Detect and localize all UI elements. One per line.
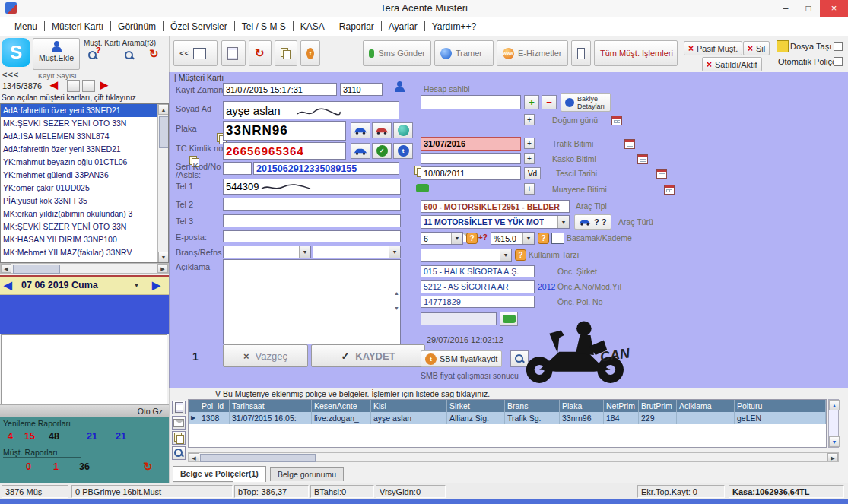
tc-verify-button[interactable]: ✓ bbox=[372, 143, 392, 159]
back-button[interactable]: << bbox=[173, 40, 218, 66]
scroll-up-icon[interactable]: ▲ bbox=[158, 104, 169, 115]
report-count[interactable]: 21 bbox=[87, 431, 97, 442]
recent-customer-item[interactable]: YK:ömer çakır 01UD025 bbox=[1, 182, 168, 195]
plaka-car-red-button[interactable] bbox=[372, 122, 392, 138]
scrollbar-thumb[interactable] bbox=[13, 265, 60, 274]
pasif-must-button[interactable]: × Pasif Müşt. bbox=[684, 41, 742, 55]
report-count[interactable]: 21 bbox=[116, 431, 126, 442]
list-scrollbar[interactable]: ▲ ▼ bbox=[157, 104, 168, 262]
col-header[interactable]: Polturu bbox=[735, 400, 826, 412]
tab-belge-gorunumu[interactable]: Belge gorunumu bbox=[270, 467, 344, 481]
sms-gonder-button[interactable]: Sms Gönder bbox=[363, 40, 431, 66]
onc-acente-field[interactable]: 5212 - AS SİGORTA AR bbox=[421, 280, 535, 293]
close-button[interactable]: × bbox=[820, 0, 848, 17]
ehizmetler-button[interactable]: www E-Hizmetler bbox=[497, 40, 568, 66]
arac-sorgu-button[interactable]: ? ? bbox=[574, 214, 611, 230]
hesap-sahibi-field[interactable] bbox=[421, 95, 521, 109]
col-header[interactable]: Sirket bbox=[447, 400, 505, 412]
sbm-sms-button[interactable] bbox=[500, 312, 518, 326]
menu-item-musteri-karti[interactable]: Müsteri Kartı bbox=[45, 21, 110, 32]
tescil-calendar-icon[interactable] bbox=[656, 169, 667, 179]
recent-customer-item[interactable]: MK:Mehmet YILMAZ(fakılar) 33NRV bbox=[1, 246, 168, 259]
kayit-id-field[interactable]: 3110 bbox=[340, 83, 383, 96]
scroll-down-icon[interactable]: ▼ bbox=[829, 436, 840, 447]
basamak-combo[interactable]: 6 ▼ bbox=[421, 232, 463, 245]
asbis-field[interactable]: 2015062912335089155 bbox=[253, 162, 399, 175]
scroll-up-icon[interactable]: ▲ bbox=[394, 290, 399, 296]
report-count[interactable]: 4 bbox=[8, 431, 13, 442]
onc-police-field[interactable]: 14771829 bbox=[421, 296, 535, 308]
scrollbar-thumb[interactable] bbox=[200, 454, 316, 462]
tel2-field[interactable] bbox=[223, 198, 401, 211]
dogum-add-button[interactable]: + bbox=[524, 114, 535, 125]
trafik-calendar-icon[interactable] bbox=[624, 139, 635, 149]
nav-last-icon[interactable]: ▶ bbox=[100, 79, 108, 90]
seri-kod-field[interactable] bbox=[223, 162, 252, 175]
dropdown-icon[interactable]: ▼ bbox=[389, 246, 400, 258]
menu-item-gorunum[interactable]: Görünüm bbox=[111, 21, 163, 32]
menu-item-menu[interactable]: Menu bbox=[8, 21, 44, 32]
col-header[interactable]: Tarihsaat bbox=[230, 400, 312, 412]
soyad-field[interactable]: ayşe aslan bbox=[223, 101, 399, 119]
tel1-field[interactable]: 544309 bbox=[223, 179, 401, 195]
menu-item-yardim[interactable]: Yardım++? bbox=[425, 21, 483, 32]
vazgec-button[interactable]: × Vazgeç bbox=[223, 344, 308, 367]
col-header[interactable]: Kisi bbox=[371, 400, 447, 412]
recent-customer-item[interactable]: MK:ŞEVKİ SEZER YENİ OTO 33N bbox=[1, 220, 168, 233]
sil-button[interactable]: × Sil bbox=[743, 41, 770, 55]
recent-customer-item[interactable]: YK:mehmet gülendi 33PAN36 bbox=[1, 169, 168, 182]
scroll-down-icon[interactable]: ▼ bbox=[394, 306, 399, 311]
dropdown-icon[interactable]: ▼ bbox=[299, 246, 310, 258]
scroll-right-icon[interactable]: ▶ bbox=[827, 453, 838, 461]
report-count[interactable]: 15 bbox=[24, 431, 35, 442]
grid-vertical-scrollbar[interactable]: ▲ ▼ bbox=[828, 399, 839, 448]
skype-icon[interactable]: S bbox=[2, 38, 30, 67]
copy-pages-button[interactable] bbox=[275, 40, 297, 66]
dosya-tasi-checkbox[interactable] bbox=[834, 42, 843, 51]
recent-customer-item[interactable]: MK:HASAN YILDIRIM 33NP100 bbox=[1, 233, 168, 246]
date-next-icon[interactable]: ▶ bbox=[152, 279, 160, 291]
new-document-button[interactable] bbox=[172, 401, 186, 414]
percent-help-icon[interactable]: ? bbox=[538, 233, 549, 244]
grid-horizontal-scrollbar[interactable]: ◀ ▶ bbox=[188, 452, 839, 462]
tl-tool-button[interactable]: t bbox=[300, 40, 320, 66]
report-count[interactable]: 0 bbox=[26, 461, 31, 472]
dropdown-icon[interactable]: ▼ bbox=[500, 249, 511, 261]
muayene-calendar-icon[interactable] bbox=[664, 185, 675, 195]
nav-next-button[interactable] bbox=[82, 80, 95, 92]
reports-refresh-icon[interactable]: ↻ bbox=[143, 461, 153, 472]
brans-combo-2[interactable]: ▼ bbox=[313, 246, 401, 258]
kademe-table-icon[interactable] bbox=[551, 233, 564, 244]
list-horizontal-scrollbar[interactable]: ◀ ▶ bbox=[0, 263, 169, 274]
sbm-sms-field[interactable] bbox=[421, 312, 497, 325]
kasko-add-button[interactable]: + bbox=[524, 153, 535, 164]
tum-must-islemleri-button[interactable]: Tüm Müşt. İşlemleri bbox=[594, 40, 678, 66]
tab-belge-policeler[interactable]: Belge ve Poliçeler(1) bbox=[173, 466, 266, 482]
tel1-sms-icon[interactable] bbox=[416, 184, 429, 192]
tescil-tarihi-field[interactable]: 10/08/2011 bbox=[421, 166, 521, 180]
nav-first-icon[interactable]: ◀ bbox=[50, 79, 58, 90]
dropdown-icon[interactable]: ▼ bbox=[522, 233, 534, 244]
eposta-field[interactable] bbox=[223, 230, 401, 242]
collapse-chevrons[interactable]: <<< bbox=[2, 70, 19, 79]
maximize-button[interactable]: □ bbox=[797, 0, 820, 17]
kullanim-help-icon[interactable]: ? bbox=[515, 249, 526, 261]
tel3-field[interactable] bbox=[223, 214, 401, 227]
tc-field[interactable]: 26656965364 bbox=[223, 142, 346, 160]
recent-customer-item[interactable]: MK:ŞEVKİ SEZER YENİ OTO 33N bbox=[1, 117, 168, 130]
document-button[interactable] bbox=[221, 40, 246, 66]
satildi-aktif-button[interactable]: × Satıldı/Aktif bbox=[702, 57, 762, 71]
recent-customer-item[interactable]: AdA:İSA MELEMEN 33NL874 bbox=[1, 130, 168, 143]
arac-turu-combo[interactable]: 11 MOTORSİKLET VE YÜK MOT ▼ bbox=[421, 215, 570, 229]
otomatik-police-checkbox[interactable] bbox=[834, 57, 843, 66]
muayene-add-button[interactable]: + bbox=[524, 183, 535, 195]
trafik-bitimi-field[interactable]: 31/07/2016 bbox=[421, 137, 521, 151]
scroll-down-icon[interactable]: ▼ bbox=[158, 252, 169, 262]
brans-combo-1[interactable]: ▼ bbox=[223, 246, 311, 258]
document-list-button[interactable] bbox=[172, 431, 186, 445]
dropdown-icon[interactable]: ▼ bbox=[451, 233, 462, 244]
kullanim-tarzi-combo[interactable]: ▼ bbox=[421, 249, 512, 262]
aciklama-textarea[interactable]: ▲ ▼ bbox=[223, 259, 401, 344]
refresh-button[interactable]: ↻ bbox=[249, 40, 272, 66]
scroll-up-icon[interactable]: ▲ bbox=[829, 400, 840, 410]
